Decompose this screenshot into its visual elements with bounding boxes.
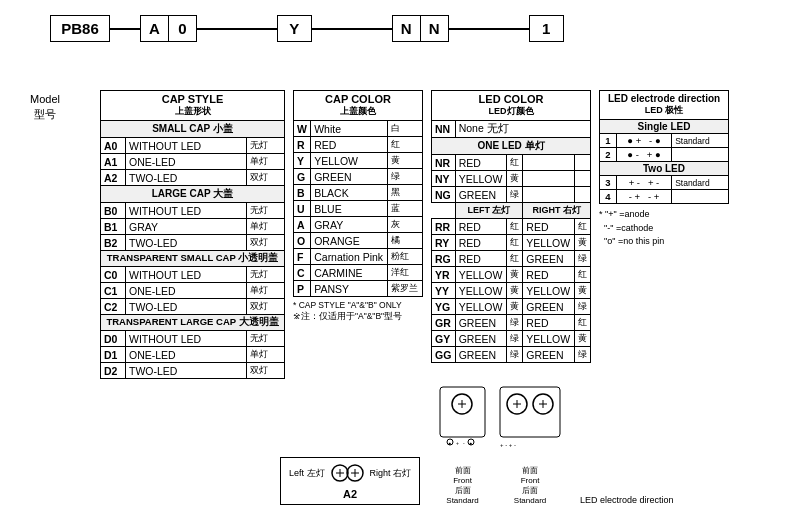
table-row: RED [523, 315, 574, 331]
led-color-header-en: LED COLOR [436, 93, 586, 105]
table-row: 双灯 [246, 235, 284, 251]
table-row: D1 [101, 347, 126, 363]
svg-rect-26 [500, 387, 560, 437]
cap-style-header-zh: 上盖形状 [105, 105, 280, 118]
cap-color-header-zh: 上盖颜色 [298, 105, 418, 118]
table-row: White [311, 121, 388, 137]
table-row [523, 171, 574, 187]
left-label: Left 左灯 [289, 467, 325, 480]
led-color-section: LED COLOR LED灯颜色 NN None 无灯 ONE LED 单灯 N… [431, 90, 591, 363]
table-row: TWO-LED [126, 299, 247, 315]
table-row: WITHOUT LED [126, 138, 247, 154]
code-n1: N [392, 15, 421, 42]
table-row: 绿 [574, 347, 590, 363]
table-row: 红 [507, 219, 523, 235]
table-row: BLACK [311, 185, 388, 201]
model-label: Model 型号 [30, 92, 60, 123]
single-led-subheader: Single LED [600, 120, 729, 134]
table-row: C [294, 265, 311, 281]
table-row: + - + - [616, 176, 671, 190]
table-row: 红 [507, 251, 523, 267]
table-row: 红 [574, 267, 590, 283]
small-cap-group: SMALL CAP 小盖 [101, 121, 285, 138]
table-row: ● - + ● [616, 148, 671, 162]
table-row: NY [432, 171, 456, 187]
table-row [672, 190, 729, 204]
a2-diagram: Left 左灯 Right 右灯 A2 [280, 457, 420, 505]
code-a: A [140, 15, 169, 42]
bottom-section: Left 左灯 Right 右灯 A2 [280, 382, 785, 505]
table-row: ONE-LED [126, 347, 247, 363]
table-row: NG [432, 187, 456, 203]
table-row: 单灯 [246, 219, 284, 235]
cap-color-section: CAP COLOR 上盖颜色 W White 白 R RED 红 Y YELLO… [293, 90, 423, 322]
table-row: 红 [507, 235, 523, 251]
svg-text:●: ● [469, 440, 472, 446]
table-row: O [294, 233, 311, 249]
table-row: GRAY [126, 219, 247, 235]
table-row: GR [432, 315, 456, 331]
table-row: 2 [600, 148, 617, 162]
table-row: RED [455, 251, 506, 267]
table-row: 1 [600, 134, 617, 148]
table-row: A [294, 217, 311, 233]
code-0: 0 [169, 15, 197, 42]
table-row: D2 [101, 363, 126, 379]
code-n2: N [421, 15, 449, 42]
table-row: NR [432, 155, 456, 171]
table-row: YELLOW [455, 267, 506, 283]
svg-text:+ - + -: + - + - [500, 442, 516, 448]
table-row: GREEN [311, 169, 388, 185]
table-row: 黄 [507, 283, 523, 299]
table-row: CARMINE [311, 265, 388, 281]
table-row: RR [432, 219, 456, 235]
led-color-header-zh: LED灯颜色 [436, 105, 586, 118]
table-row: 双灯 [246, 170, 284, 186]
table-row: GG [432, 347, 456, 363]
top-header: PB86 A 0 Y N N 1 [50, 15, 750, 42]
table-row: A1 [101, 154, 126, 170]
cap-color-note: * CAP STYLE "A"&"B" ONLY ※注：仅适用于"A"&"B"型… [293, 300, 423, 322]
table-row: 3 [600, 176, 617, 190]
single-led-diagram: ● + - ● 前面Front 后面Standard [435, 382, 490, 505]
table-row: 洋红 [388, 265, 423, 281]
table-row: Y [294, 153, 311, 169]
table-row: 单灯 [246, 283, 284, 299]
table-row: YELLOW [311, 153, 388, 169]
table-row: WITHOUT LED [126, 203, 247, 219]
table-row: GREEN [455, 331, 506, 347]
table-row: 绿 [574, 251, 590, 267]
transparent-small-cap-group: TRANSPARENT SMALL CAP 小透明盖 [101, 251, 285, 267]
code-y: Y [277, 15, 312, 42]
table-row: 黑 [388, 185, 423, 201]
right-label: Right 右灯 [370, 467, 412, 480]
table-row: YELLOW [523, 283, 574, 299]
led-electrode-direction-label: LED electrode direction [580, 495, 674, 505]
table-row: RED [455, 235, 506, 251]
table-row [672, 148, 729, 162]
table-row: RED [523, 267, 574, 283]
table-row: RED [455, 219, 506, 235]
table-row: 灰 [388, 217, 423, 233]
table-row: 绿 [507, 187, 523, 203]
table-row: P [294, 281, 311, 297]
table-row: 绿 [507, 331, 523, 347]
table-row: C0 [101, 267, 126, 283]
table-row: BLUE [311, 201, 388, 217]
table-row: U [294, 201, 311, 217]
one-led-group: ONE LED 单灯 [432, 138, 591, 155]
table-row: 黄 [574, 283, 590, 299]
led-electrode-header-en: LED electrode direction [604, 93, 724, 104]
table-row: 红 [388, 137, 423, 153]
code-1: 1 [529, 15, 564, 42]
table-row: RED [523, 219, 574, 235]
table-row: 无灯 [246, 331, 284, 347]
table-row: ● + - ● [616, 134, 671, 148]
table-row: B0 [101, 203, 126, 219]
table-row [574, 171, 590, 187]
table-row: D0 [101, 331, 126, 347]
table-row: G [294, 169, 311, 185]
table-row [523, 155, 574, 171]
table-row: YELLOW [455, 171, 506, 187]
table-row [574, 155, 590, 171]
